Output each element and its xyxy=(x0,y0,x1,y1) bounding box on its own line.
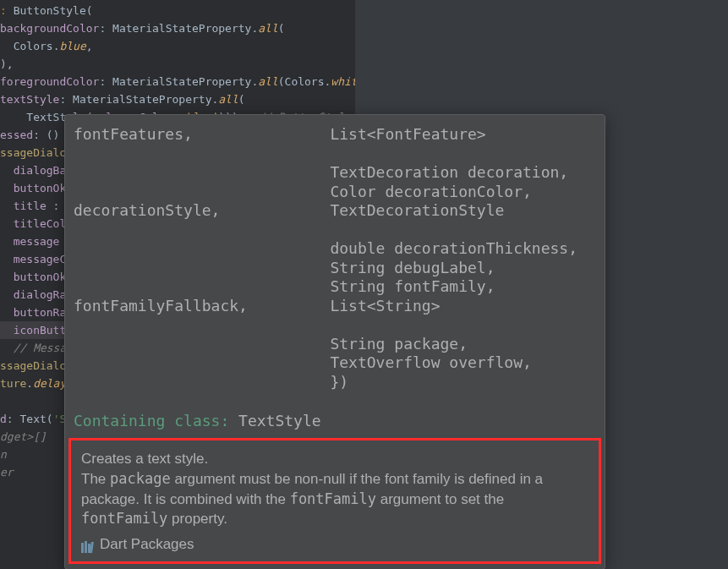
code-text: all xyxy=(258,22,277,35)
code-text: : MaterialStateProperty. xyxy=(59,93,218,106)
code-text: Text xyxy=(19,413,46,425)
code-text: titleCol xyxy=(14,217,67,230)
code-text: all xyxy=(258,75,277,88)
code-text: n xyxy=(0,448,7,461)
code-text: ( xyxy=(47,413,53,425)
documentation-tooltip: fontFeatures, List<FontFeature> TextDeco… xyxy=(64,114,605,569)
doc-text: The xyxy=(81,471,110,487)
doc-code: package xyxy=(110,470,171,487)
code-text: d xyxy=(0,413,7,425)
code-text: ( xyxy=(86,4,93,17)
tooltip-documentation: Creates a text style. The package argume… xyxy=(68,438,601,564)
code-text: : xyxy=(0,4,14,17)
code-text: ), xyxy=(0,57,14,70)
code-text: essed xyxy=(0,129,33,141)
svg-rect-0 xyxy=(81,543,84,553)
doc-code: fontFamily xyxy=(81,510,167,527)
code-text: ButtonStyle xyxy=(14,4,86,17)
package-link-text[interactable]: Dart Packages xyxy=(100,534,194,555)
doc-body: The package argument must be non-null if… xyxy=(81,469,588,529)
tooltip-containing-class: Containing class: TextStyle xyxy=(65,407,605,435)
doc-code: fontFamily xyxy=(290,490,376,507)
code-text: foregroundColor xyxy=(0,75,99,88)
code-text: ssageDialog xyxy=(0,146,73,159)
svg-rect-1 xyxy=(85,541,87,553)
code-text: (Colors. xyxy=(278,75,331,88)
code-text: ( xyxy=(238,93,245,106)
code-text: textStyle xyxy=(0,93,59,106)
code-text: message xyxy=(14,235,60,248)
doc-intro: Creates a text style. xyxy=(81,449,588,469)
meta-label: Containing class: xyxy=(74,412,229,429)
code-text: , xyxy=(86,40,93,52)
code-text: er xyxy=(0,466,14,479)
package-link-row[interactable]: Dart Packages xyxy=(81,534,588,555)
code-text: blue xyxy=(59,40,85,52)
code-text: Colors xyxy=(14,40,53,52)
code-text: : MaterialStateProperty. xyxy=(99,75,258,88)
code-text: ( xyxy=(278,22,285,35)
code-text: : MaterialStateProperty. xyxy=(99,22,258,35)
doc-text: argument to set the xyxy=(376,491,504,507)
code-text: ssageDialog xyxy=(0,359,73,372)
code-text: dget>[] xyxy=(0,430,47,443)
code-text: backgroundColor xyxy=(0,22,99,35)
code-text: . xyxy=(26,377,33,390)
code-text: title xyxy=(14,200,47,212)
code-text: all xyxy=(218,93,238,106)
tooltip-parameters: fontFeatures, List<FontFeature> TextDeco… xyxy=(65,115,605,407)
code-text: : xyxy=(7,413,20,425)
meta-value: TextStyle xyxy=(238,412,321,429)
library-icon xyxy=(81,539,95,550)
code-text: ture xyxy=(0,377,26,390)
doc-text: property. xyxy=(167,511,227,527)
